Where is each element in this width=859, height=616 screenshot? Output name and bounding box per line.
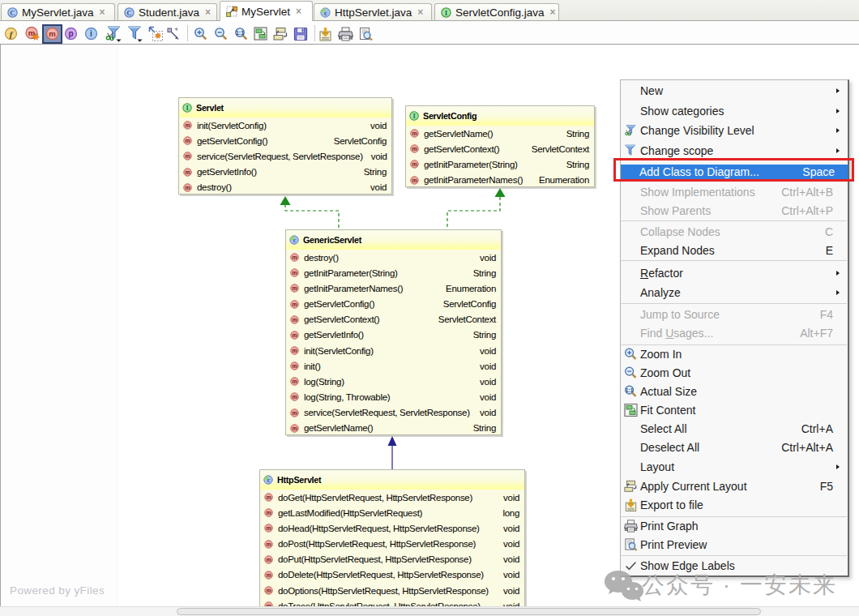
svg-text:m: m — [293, 379, 297, 384]
svg-text:I: I — [445, 8, 448, 16]
svg-text:C: C — [126, 8, 132, 16]
svg-text:m: m — [186, 138, 190, 143]
svg-text:m: m — [186, 122, 190, 128]
svg-text:p: p — [68, 29, 73, 38]
svg-text:i: i — [90, 29, 92, 38]
svg-text:m: m — [293, 410, 297, 416]
svg-text:m: m — [293, 363, 297, 369]
svg-text:m: m — [49, 29, 55, 38]
svg-text:m: m — [267, 572, 271, 578]
svg-text:m: m — [186, 169, 190, 175]
svg-text:m: m — [267, 525, 271, 531]
svg-text:m: m — [412, 130, 417, 136]
svg-text:m: m — [412, 146, 417, 152]
svg-text:m: m — [293, 317, 297, 323]
svg-text:m: m — [267, 557, 271, 563]
svg-text:m: m — [293, 332, 297, 338]
svg-text:m: m — [412, 161, 417, 167]
svg-text:1:1: 1:1 — [626, 387, 634, 393]
svg-text:m: m — [293, 426, 297, 431]
svg-text:m: m — [293, 270, 297, 276]
svg-text:1:1: 1:1 — [236, 30, 244, 36]
svg-text:m: m — [267, 510, 271, 515]
svg-text:m: m — [267, 541, 271, 547]
svg-text:m: m — [267, 494, 271, 500]
svg-text:m: m — [293, 394, 297, 400]
svg-text:C: C — [10, 8, 15, 16]
svg-text:m: m — [412, 178, 417, 183]
svg-text:m: m — [267, 588, 271, 593]
svg-text:m: m — [293, 255, 297, 260]
svg-text:m: m — [186, 153, 190, 159]
svg-text:m: m — [186, 185, 190, 190]
svg-text:m: m — [293, 348, 297, 353]
svg-text:m: m — [293, 302, 297, 307]
svg-text:c: c — [324, 8, 327, 16]
svg-text:m: m — [293, 285, 297, 291]
